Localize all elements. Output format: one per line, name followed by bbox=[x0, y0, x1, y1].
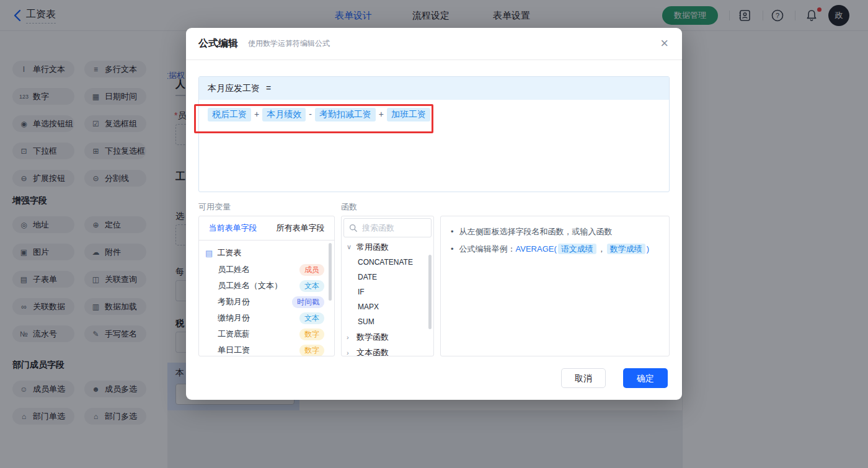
root-label: 工资表 bbox=[217, 247, 241, 258]
chevron-collapsed-icon: › bbox=[347, 333, 353, 341]
tip-prefix: 公式编辑举例： bbox=[459, 244, 516, 254]
function-item[interactable]: CONCATENATE bbox=[342, 255, 433, 270]
formula-field-tag[interactable]: 考勤扣减工资 bbox=[315, 108, 376, 121]
formula-editor-box[interactable]: 本月应发工资 = 税后工资+本月绩效-考勤扣减工资+加班工资 bbox=[198, 76, 670, 192]
bullet-icon: • bbox=[451, 242, 454, 256]
search-icon bbox=[349, 224, 357, 232]
bullet-icon: • bbox=[451, 225, 454, 239]
functions-panel: ∨ 常用函数 CONCATENATE DATE IF MAPX SUM › 数学… bbox=[341, 216, 434, 356]
variables-tabs: 当前表单字段 所有表单字段 bbox=[199, 216, 334, 241]
function-item[interactable]: SUM bbox=[342, 314, 433, 329]
functions-scrollbar[interactable] bbox=[428, 255, 432, 329]
group-label: 常用函数 bbox=[356, 242, 389, 253]
function-item[interactable]: IF bbox=[342, 285, 433, 299]
field-type-badge: 时间戳 bbox=[292, 296, 324, 308]
variable-row[interactable]: 工资底薪数字 bbox=[199, 326, 334, 342]
search-input[interactable] bbox=[361, 223, 425, 233]
field-name: 考勤月份 bbox=[218, 296, 250, 307]
field-type-badge: 文本 bbox=[299, 280, 324, 292]
tip-line-1: • 从左侧面板选择字段名和函数，或输入函数 bbox=[451, 225, 659, 239]
functions-section-label: 函数 bbox=[341, 201, 357, 213]
group-label: 文本函数 bbox=[356, 347, 389, 357]
tab-all-form-fields[interactable]: 所有表单字段 bbox=[267, 216, 334, 240]
example-field-tag: 数学成绩 bbox=[607, 244, 645, 254]
modal-title: 公式编辑 bbox=[198, 37, 238, 50]
tab-current-form-fields[interactable]: 当前表单字段 bbox=[199, 216, 267, 240]
field-name: 员工姓名 bbox=[218, 264, 250, 275]
variables-tree-root[interactable]: ▤ 工资表 bbox=[199, 244, 334, 262]
function-group-math[interactable]: › 数学函数 bbox=[342, 329, 433, 345]
operator: - bbox=[309, 109, 312, 119]
field-name: 工资底薪 bbox=[218, 329, 250, 340]
function-search-box[interactable] bbox=[343, 218, 432, 237]
variables-section-label: 可用变量 bbox=[198, 201, 231, 213]
formula-field-tag[interactable]: 税后工资 bbox=[208, 108, 251, 121]
field-name: 缴纳月份 bbox=[218, 312, 250, 324]
field-name: 单日工资 bbox=[218, 345, 250, 356]
chevron-expanded-icon: ∨ bbox=[347, 243, 353, 251]
field-type-badge: 数字 bbox=[299, 345, 324, 356]
form-doc-icon: ▤ bbox=[205, 249, 213, 258]
modal-header: 公式编辑 使用数学运算符编辑公式 bbox=[186, 28, 682, 60]
confirm-button[interactable]: 确定 bbox=[623, 368, 668, 388]
variable-row[interactable]: 考勤月份时间戳 bbox=[199, 294, 334, 310]
formula-target-strip: 本月应发工资 = bbox=[199, 77, 669, 100]
close-icon[interactable]: × bbox=[660, 36, 668, 51]
operator: + bbox=[254, 109, 259, 119]
function-item[interactable]: MAPX bbox=[342, 299, 433, 314]
function-item[interactable]: DATE bbox=[342, 270, 433, 285]
variable-row[interactable]: 缴纳月份文本 bbox=[199, 310, 334, 326]
function-group-text[interactable]: › 文本函数 bbox=[342, 345, 433, 356]
function-group-common[interactable]: ∨ 常用函数 bbox=[342, 239, 433, 255]
variable-row[interactable]: 单日工资数字 bbox=[199, 342, 334, 356]
formula-target-field: 本月应发工资 bbox=[208, 83, 260, 93]
group-label: 数学函数 bbox=[356, 332, 389, 343]
field-type-badge: 成员 bbox=[299, 264, 324, 276]
formula-editor-modal: 公式编辑 使用数学运算符编辑公式 × 本月应发工资 = 税后工资+本月绩效-考勤… bbox=[186, 28, 682, 400]
tip-text: 公式编辑举例：AVERAGE(语文成绩，数学成绩) bbox=[459, 242, 650, 256]
chevron-collapsed-icon: › bbox=[347, 349, 353, 356]
tip-line-2: • 公式编辑举例：AVERAGE(语文成绩，数学成绩) bbox=[451, 242, 659, 256]
close-paren: ) bbox=[647, 244, 649, 254]
formula-field-tag[interactable]: 加班工资 bbox=[387, 108, 430, 121]
field-type-badge: 文本 bbox=[299, 312, 324, 324]
cancel-button[interactable]: 取消 bbox=[561, 368, 606, 388]
formula-expression-area[interactable]: 税后工资+本月绩效-考勤扣减工资+加班工资 bbox=[199, 100, 669, 130]
comma: ， bbox=[598, 244, 606, 254]
equals-sign: = bbox=[266, 83, 271, 93]
function-name: AVERAGE( bbox=[516, 244, 557, 254]
tips-panel: • 从左侧面板选择字段名和函数，或输入函数 • 公式编辑举例：AVERAGE(语… bbox=[440, 216, 670, 356]
variable-row[interactable]: 员工姓名（文本）文本 bbox=[199, 278, 334, 294]
field-type-badge: 数字 bbox=[299, 329, 324, 340]
operator: + bbox=[379, 109, 384, 119]
app-root: 工资表 表单设计 流程设定 表单设置 数据管理 ? 政 ⊘ 表单外链 ⊠ 后端脚… bbox=[0, 0, 868, 468]
example-field-tag: 语文成绩 bbox=[558, 244, 596, 254]
formula-field-tag[interactable]: 本月绩效 bbox=[262, 108, 306, 121]
modal-subtitle: 使用数学运算符编辑公式 bbox=[248, 38, 330, 49]
variable-row[interactable]: 员工姓名成员 bbox=[199, 262, 334, 278]
tip-text: 从左侧面板选择字段名和函数，或输入函数 bbox=[459, 225, 613, 239]
variables-panel: 当前表单字段 所有表单字段 ▤ 工资表 员工姓名成员 员工姓名（文本）文本 考勤… bbox=[198, 216, 335, 356]
field-name: 员工姓名（文本） bbox=[218, 280, 282, 291]
variables-scrollbar[interactable] bbox=[329, 243, 332, 301]
